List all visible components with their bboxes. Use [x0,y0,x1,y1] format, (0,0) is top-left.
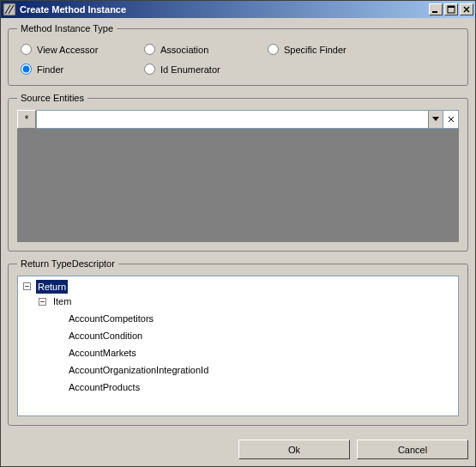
tree-node[interactable]: AccountProducts [54,380,142,394]
source-entity-combo[interactable] [36,110,443,129]
radio-label[interactable]: View Accessor [37,45,98,55]
dialog-window: Create Method Instance Method Instance T… [0,0,476,467]
radio-label[interactable]: Association [160,45,208,55]
expander-icon[interactable]: − [39,298,46,306]
radio-id-enumerator[interactable]: Id Enumerator [144,64,264,75]
source-new-row: * [17,110,459,129]
method-instance-type-group: Method Instance Type View Accessor Assoc… [8,23,468,86]
source-entities-group: Source Entities * [8,93,468,252]
radio-input[interactable] [144,64,155,75]
return-tree[interactable]: − Return − Item Acco [21,278,455,394]
radio-association[interactable]: Association [144,44,264,55]
expander-icon[interactable]: − [23,282,31,290]
tree-node-return[interactable]: − Return [23,280,68,294]
return-type-descriptor-group: Return TypeDescriptor − Return [8,258,468,426]
radio-label[interactable]: Finder [37,64,63,75]
tree-container: − Return − Item Acco [17,276,459,416]
dialog-content: Method Instance Type View Accessor Assoc… [1,18,475,466]
svg-rect-3 [432,11,437,13]
svg-marker-8 [432,117,439,121]
tree-node[interactable]: AccountOrganizationIntegrationId [54,363,210,377]
minimize-button[interactable] [429,3,443,15]
radio-input[interactable] [268,44,279,55]
app-icon [3,3,16,16]
remove-row-button[interactable] [443,110,459,129]
titlebar: Create Method Instance [1,1,475,18]
close-button[interactable] [460,3,473,15]
radio-input[interactable] [21,64,32,75]
window-controls [429,3,473,15]
radio-input[interactable] [144,44,155,55]
tree-node-item[interactable]: − Item [39,294,73,308]
group-label: Return TypeDescriptor [17,258,118,269]
radio-specific-finder[interactable]: Specific Finder [268,44,388,55]
radio-finder[interactable]: Finder [21,64,141,75]
source-entity-input[interactable] [37,111,428,128]
svg-rect-5 [448,6,455,8]
tree-label[interactable]: AccountCompetitors [67,312,155,325]
radio-label[interactable]: Id Enumerator [160,64,220,75]
tree-node[interactable]: AccountCompetitors [54,312,155,325]
tree-label[interactable]: Item [51,294,73,308]
tree-label[interactable]: Return [36,280,68,294]
tree-label[interactable]: AccountProducts [67,380,142,394]
tree-label[interactable]: AccountCondition [67,329,144,343]
tree-node[interactable]: AccountMarkets [54,346,138,360]
group-label: Source Entities [17,93,87,103]
radio-label[interactable]: Specific Finder [284,45,346,55]
button-row: Ok Cancel [8,433,468,459]
ok-button[interactable]: Ok [238,440,350,459]
radio-view-accessor[interactable]: View Accessor [21,44,141,55]
new-row-marker: * [17,110,36,129]
group-label: Method Instance Type [17,23,117,33]
window-title: Create Method Instance [20,4,429,15]
tree-node[interactable]: AccountCondition [54,329,144,343]
source-entities-area: * [17,110,459,242]
radio-input[interactable] [21,44,32,55]
source-grid-body [17,129,459,242]
radio-grid: View Accessor Association Specific Finde… [17,40,459,76]
tree-label[interactable]: AccountOrganizationIntegrationId [67,363,210,377]
maximize-button[interactable] [444,3,458,15]
chevron-down-icon[interactable] [428,111,443,128]
cancel-button[interactable]: Cancel [357,440,468,459]
tree-label[interactable]: AccountMarkets [67,346,138,360]
